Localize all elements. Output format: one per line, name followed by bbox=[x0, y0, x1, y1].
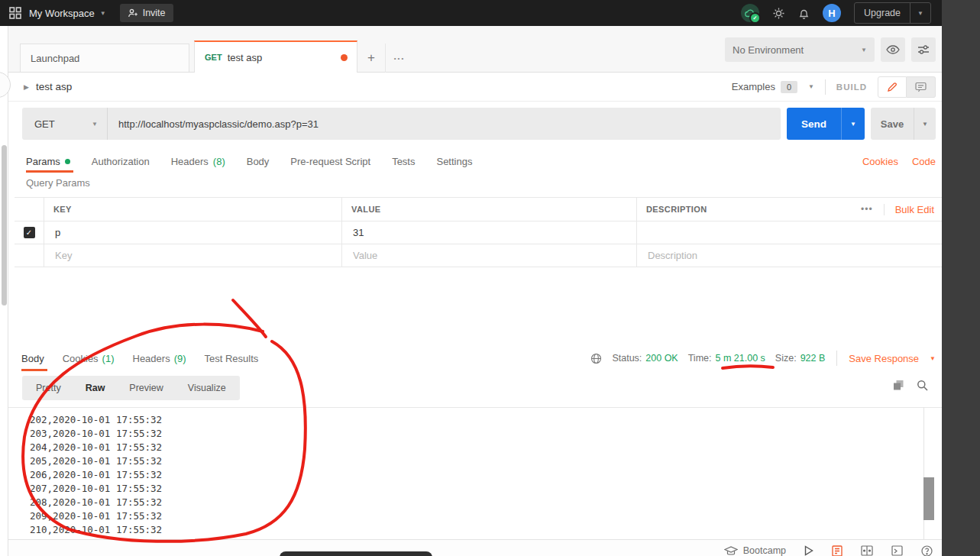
view-visualize[interactable]: Visualize bbox=[176, 376, 238, 400]
invite-button[interactable]: Invite bbox=[120, 4, 173, 22]
upgrade-button[interactable]: Upgrade ▼ bbox=[854, 2, 931, 24]
save-response-button[interactable]: Save Response ▼ bbox=[849, 353, 936, 364]
page-scrollbar-thumb[interactable] bbox=[2, 145, 7, 305]
cookies-link[interactable]: Cookies bbox=[862, 156, 898, 167]
method-selector[interactable]: GET ▼ bbox=[22, 108, 108, 140]
bootcamp-button[interactable]: Bootcamp bbox=[724, 545, 786, 556]
sync-status-icon[interactable]: ✓ bbox=[741, 4, 759, 22]
request-tab-count: (8) bbox=[213, 156, 225, 167]
send-label: Send bbox=[787, 108, 841, 140]
response-body-panel: 202,2020-10-01 17:55:32203,2020-10-01 17… bbox=[8, 407, 942, 540]
postman-main: Launchpad GET test asp + ••• No Environm… bbox=[8, 26, 942, 556]
settings-gear-icon[interactable] bbox=[772, 7, 785, 20]
request-tab-params[interactable]: Params bbox=[26, 150, 70, 173]
param-value-input[interactable] bbox=[351, 226, 625, 239]
response-tab-body[interactable]: Body bbox=[21, 345, 44, 371]
response-line: 209,2020-10-01 17:55:32 bbox=[30, 509, 942, 523]
edit-request-button[interactable] bbox=[878, 76, 907, 98]
column-value: VALUE bbox=[351, 205, 380, 214]
examples-dropdown[interactable]: Examples 0 ▼ bbox=[732, 81, 814, 93]
workspace-switcher[interactable]: My Workspace bbox=[29, 8, 95, 19]
active-tab-underline bbox=[26, 170, 73, 173]
response-tab-test-results[interactable]: Test Results bbox=[205, 345, 259, 371]
request-builder-row: GET ▼ Send ▼ Save ▼ bbox=[22, 108, 936, 140]
save-options-chevron-icon[interactable]: ▼ bbox=[914, 108, 936, 140]
response-line: 208,2020-10-01 17:55:32 bbox=[30, 496, 942, 509]
globe-icon[interactable] bbox=[590, 353, 602, 364]
request-tab-authorization[interactable]: Authorization bbox=[92, 150, 150, 173]
tab-launchpad[interactable]: Launchpad bbox=[20, 44, 189, 73]
response-line: 206,2020-10-01 17:55:32 bbox=[30, 468, 942, 482]
response-tab-cookies[interactable]: Cookies(1) bbox=[63, 345, 115, 371]
new-param-value-input[interactable] bbox=[351, 249, 625, 262]
save-response-label: Save Response bbox=[849, 353, 919, 364]
tab-request-active[interactable]: GET test asp bbox=[194, 40, 357, 73]
request-tab-body[interactable]: Body bbox=[247, 150, 270, 173]
view-raw[interactable]: Raw bbox=[73, 376, 118, 400]
send-options-chevron-icon[interactable]: ▼ bbox=[841, 108, 865, 140]
send-button[interactable]: Send ▼ bbox=[787, 108, 865, 140]
query-params-title: Query Params bbox=[26, 177, 90, 189]
footer-bar: Bootcamp bbox=[8, 539, 942, 556]
response-tab-count: (9) bbox=[174, 353, 186, 364]
request-tab-settings[interactable]: Settings bbox=[436, 150, 472, 173]
environment-settings-button[interactable] bbox=[911, 37, 936, 62]
view-pretty[interactable]: Pretty bbox=[24, 376, 73, 400]
environment-selector[interactable]: No Environment ▼ bbox=[725, 37, 875, 62]
runner-play-icon[interactable] bbox=[804, 545, 813, 556]
response-tab-count: (1) bbox=[102, 353, 115, 364]
response-view-tabs: PrettyRawPreviewVisualize bbox=[22, 376, 240, 400]
sync-check-icon: ✓ bbox=[749, 12, 761, 24]
size-value: 922 B bbox=[800, 353, 826, 364]
param-key-input[interactable] bbox=[53, 226, 330, 239]
console-popup-handle[interactable] bbox=[280, 551, 432, 556]
param-checkbox[interactable]: ✓ bbox=[24, 227, 35, 238]
response-tab-label: Test Results bbox=[205, 353, 259, 364]
collapse-caret-icon[interactable]: ▶ bbox=[24, 83, 29, 91]
url-input[interactable] bbox=[108, 108, 781, 140]
request-tab-tests[interactable]: Tests bbox=[392, 150, 415, 173]
new-param-key-input[interactable] bbox=[53, 249, 330, 262]
two-pane-view-icon[interactable] bbox=[861, 545, 873, 556]
divider bbox=[836, 351, 837, 366]
new-param-description-input[interactable] bbox=[646, 249, 930, 262]
bulk-edit-link[interactable]: Bulk Edit bbox=[884, 204, 934, 215]
response-meta: Status:200 OK Time:5 m 21.00 s Size:922 … bbox=[590, 345, 936, 371]
new-tab-button[interactable]: + bbox=[357, 44, 386, 73]
upgrade-chevron-icon[interactable]: ▼ bbox=[910, 3, 930, 23]
comments-button[interactable] bbox=[907, 76, 936, 98]
response-line: 207,2020-10-01 17:55:32 bbox=[30, 482, 942, 496]
user-avatar[interactable]: H bbox=[823, 4, 841, 22]
notifications-bell-icon[interactable] bbox=[798, 7, 810, 20]
view-preview[interactable]: Preview bbox=[117, 376, 175, 400]
param-description-input[interactable] bbox=[646, 226, 930, 239]
request-tab-pre-request-script[interactable]: Pre-request Script bbox=[290, 150, 370, 173]
changelog-panel-icon[interactable] bbox=[832, 545, 843, 556]
copy-response-icon[interactable] bbox=[893, 380, 904, 391]
response-tab-headers[interactable]: Headers(9) bbox=[133, 345, 186, 371]
environment-quick-look-button[interactable] bbox=[881, 37, 905, 62]
params-more-options-icon[interactable]: ••• bbox=[850, 204, 884, 215]
help-icon[interactable] bbox=[921, 545, 933, 556]
save-button[interactable]: Save ▼ bbox=[871, 108, 936, 140]
request-tab-label: Authorization bbox=[92, 156, 150, 167]
request-tab-label: Headers bbox=[171, 156, 209, 167]
console-icon[interactable] bbox=[891, 545, 903, 556]
comment-icon bbox=[915, 82, 927, 92]
search-response-icon[interactable] bbox=[917, 380, 928, 391]
status-value: 200 OK bbox=[645, 353, 678, 364]
outer-background-strip bbox=[942, 0, 980, 556]
response-tab-label: Cookies bbox=[63, 353, 99, 364]
column-description: DESCRIPTION bbox=[646, 205, 707, 214]
request-tab-headers[interactable]: Headers(8) bbox=[171, 150, 225, 173]
params-header-row: KEY VALUE DESCRIPTION ••• Bulk Edit bbox=[15, 197, 942, 221]
build-mode-label: BUILD bbox=[836, 82, 867, 92]
workspace-grid-icon[interactable] bbox=[9, 7, 21, 19]
tab-options-icon[interactable]: ••• bbox=[386, 44, 413, 73]
response-body-text[interactable]: 202,2020-10-01 17:55:32203,2020-10-01 17… bbox=[8, 408, 942, 537]
tab-method: GET bbox=[205, 53, 222, 62]
eye-icon bbox=[886, 45, 900, 54]
code-link[interactable]: Code bbox=[912, 156, 936, 167]
chevron-down-icon: ▼ bbox=[100, 10, 106, 17]
response-scrollbar-thumb[interactable] bbox=[923, 477, 934, 520]
